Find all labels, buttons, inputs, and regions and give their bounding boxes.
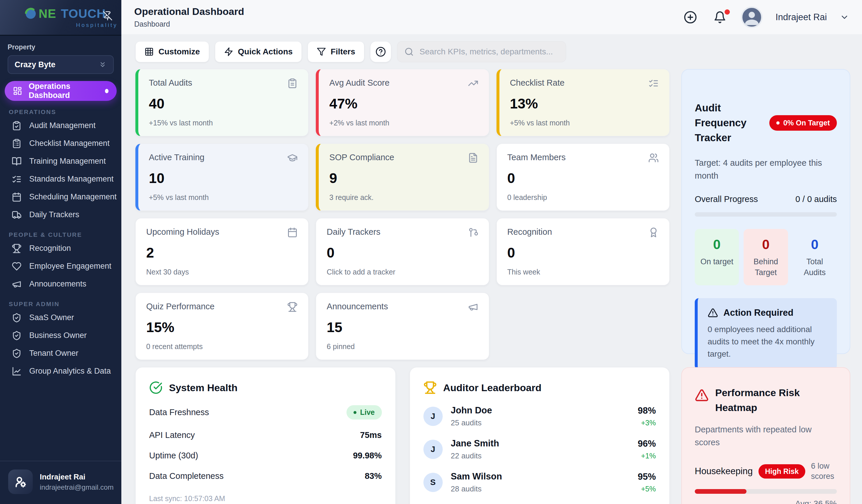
filters-label: Filters [331,47,355,56]
health-label: Data Freshness [149,408,209,417]
sidebar-user-card[interactable]: Indrajeet Rai indrajeetrai@gmail.com [0,461,121,504]
shield-check-icon [12,313,22,323]
heatmap-subtitle: Departments with repeated low scores [695,423,837,449]
auditor-delta: +3% [638,419,656,427]
kpi-title: Total Audits [149,78,192,88]
kpi-subtext: +5% vs last month [149,193,298,202]
header-user-name[interactable]: Indrajeet Rai [775,12,827,23]
stat-label: Behind Target [746,256,785,278]
truck-icon [12,210,22,220]
clipboard-list-icon [12,138,22,148]
clipboard-icon [287,78,298,89]
sidebar-item-scheduling-management[interactable]: Scheduling Management [0,188,121,206]
sidebar-item-label: Group Analytics & Data [29,367,111,376]
progress-label: Overall Progress [695,195,758,204]
search-input[interactable] [419,47,559,57]
tracker-title: Audit Frequency Tracker [695,101,765,145]
help-button[interactable] [370,41,391,62]
kpi-card-upcoming-holidays[interactable]: Upcoming Holidays 2 Next 30 days [135,218,309,285]
active-indicator-dot [105,89,108,93]
auditor-audits: 25 audits [451,418,492,427]
sidebar-item-label: Daily Trackers [29,210,79,219]
health-label: API Latency [149,430,195,440]
sidebar-item-daily-trackers[interactable]: Daily Trackers [0,206,121,224]
sidebar-item-saas-owner[interactable]: SaaS Owner [0,309,121,327]
filters-button[interactable]: Filters [308,41,364,62]
sidebar-item-recognition[interactable]: Recognition [0,239,121,257]
kpi-card-daily-trackers[interactable]: Daily Trackers 0 Click to add a tracker [316,218,489,285]
kpi-card-quiz-performance[interactable]: Quiz Performance 15% 0 recent attempts [135,293,309,360]
sidebar-item-label: Audit Management [29,121,96,130]
sidebar-item-group-analytics[interactable]: Group Analytics & Data [0,362,121,380]
live-dot [353,411,356,414]
kpi-card-avg-audit-score[interactable]: Avg Audit Score 47% +2% vs last month [316,69,489,136]
auditor-name: John Doe [451,405,492,416]
notifications-button[interactable] [712,11,728,24]
performance-risk-heatmap-card: Performance Risk Heatmap Departments wit… [681,367,850,504]
sidebar-item-checklist-management[interactable]: Checklist Management [0,134,121,152]
sidebar-item-label: Announcements [29,279,86,289]
action-required-title: Action Required [723,307,793,318]
sidebar-item-operations-dashboard[interactable]: Operations Dashboard [5,81,117,101]
sidebar-item-label: Recognition [29,244,71,253]
high-risk-badge: High Risk [758,464,805,479]
health-row-api-latency: API Latency 75ms [149,430,382,440]
kpi-card-team-members[interactable]: Team Members 0 0 leadership [496,144,670,211]
kpi-title: Announcements [327,302,388,311]
sidebar-item-training-management[interactable]: Training Management [0,152,121,170]
sidebar-item-business-owner[interactable]: Business Owner [0,327,121,344]
kpi-title: Daily Trackers [327,227,380,237]
customize-button[interactable]: Customize [135,41,209,62]
property-select[interactable]: Crazy Byte [8,55,114,74]
stat-label: Total Audits [795,256,835,278]
kpi-value: 15 [327,319,478,335]
kpi-card-announcements[interactable]: Announcements 15 6 pinned [316,293,489,360]
sidebar-item-standards-management[interactable]: Standards Management [0,170,121,188]
quick-actions-button[interactable]: Quick Actions [215,41,302,62]
kpi-value: 2 [146,245,298,261]
chevron-down-icon[interactable] [840,13,849,22]
pin-off-icon [103,11,113,21]
kpi-subtext: Click to add a tracker [327,268,478,276]
avatar[interactable] [741,6,762,28]
heatmap-row-housekeeping: Housekeeping High Risk 6 low scores [695,461,837,481]
sidebar-item-label: Scheduling Management [29,193,117,201]
auditor-name: Jane Smith [451,438,499,449]
sidebar-user-email: indrajeetrai@gmail.com [40,483,114,491]
sidebar-item-audit-management[interactable]: Audit Management [0,117,121,134]
avg-score-text: Avg: 36.5% [695,499,837,504]
list-checks-icon [648,78,659,89]
leaderboard-row[interactable]: J John Doe 25 audits 98% +3% [423,405,656,427]
alert-triangle-icon [695,388,709,402]
kpi-title: Upcoming Holidays [146,227,219,237]
leaderboard-row[interactable]: J Jane Smith 22 audits 96% +1% [423,438,656,461]
kpi-card-checklist-rate[interactable]: Checklist Rate 13% +5% vs last month [496,69,670,136]
check-circle-icon [149,381,162,394]
graduation-cap-icon [287,152,298,163]
leaderboard-row[interactable]: S Sam Wilson 28 audits 95% +5% [423,471,656,493]
health-row-data-completeness: Data Completeness 83% [149,471,382,481]
sidebar-item-announcements[interactable]: Announcements [0,275,121,293]
sidebar-pin-toggle[interactable] [101,11,114,21]
low-scores-note: 6 low scores [811,461,837,481]
add-button[interactable] [682,10,699,24]
trending-up-icon [468,78,478,89]
avatar-initial: J [423,407,443,426]
tracker-target-text: Target: 4 audits per employee this month [695,157,837,182]
health-value: 75ms [360,430,382,440]
megaphone-icon [12,279,22,289]
heart-icon [12,261,22,271]
megaphone-icon [468,302,478,312]
sidebar: NE TOUCH Hospitality Property Crazy Byte… [0,0,121,504]
kpi-card-sop-compliance[interactable]: SOP Compliance 9 3 require ack. [316,144,489,211]
main-content: Customize Quick Actions Filters Total Au… [121,34,862,504]
kpi-card-total-audits[interactable]: Total Audits 40 +15% vs last month [135,69,309,136]
sidebar-item-employee-engagement[interactable]: Employee Engagement [0,257,121,275]
system-health-title: System Health [169,382,237,394]
avatar-initial: S [423,473,443,492]
kpi-card-recognition[interactable]: Recognition 0 This week [496,218,670,285]
notification-badge [724,9,730,15]
toolbar: Customize Quick Actions Filters [135,41,862,62]
kpi-card-active-training[interactable]: Active Training 10 +5% vs last month [135,144,309,211]
sidebar-item-tenant-owner[interactable]: Tenant Owner [0,344,121,362]
